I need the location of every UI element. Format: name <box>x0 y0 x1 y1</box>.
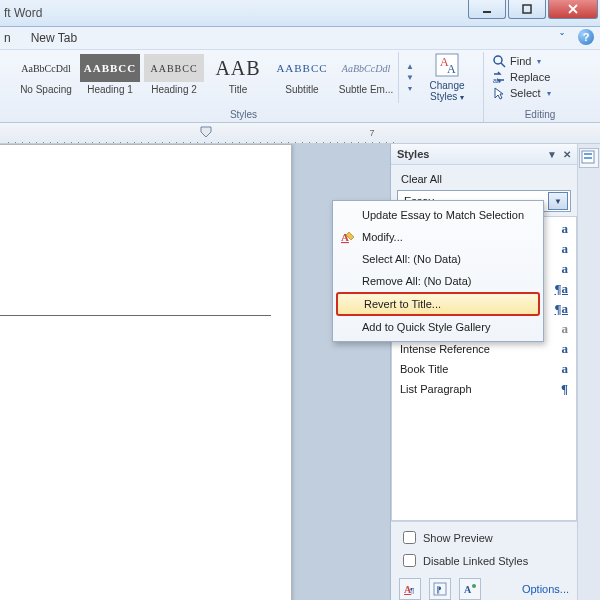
change-styles-button[interactable]: AA Change Styles ▾ <box>421 52 473 103</box>
ribbon-group-label-styles: Styles <box>230 109 257 122</box>
svg-text:ab: ab <box>493 77 501 84</box>
svg-point-7 <box>494 56 502 64</box>
chevron-up-icon: ▲ <box>401 62 419 71</box>
ribbon-collapse-icon[interactable]: ˇ <box>554 29 570 45</box>
change-styles-label: Change Styles ▾ <box>421 80 473 103</box>
style-swatch-title[interactable]: AAB Title <box>206 52 270 103</box>
style-item-symbol: a <box>562 221 569 237</box>
svg-rect-1 <box>523 5 531 13</box>
window-controls <box>466 0 598 19</box>
style-swatch-heading-1[interactable]: AABBCC Heading 1 <box>78 52 142 103</box>
styles-pane-footer: Show Preview Disable Linked Styles A¶ ⁋ … <box>391 521 577 600</box>
svg-text:A: A <box>447 62 456 76</box>
manage-styles-button[interactable]: A <box>459 578 481 600</box>
ribbon-group-editing: Find ▾ ab Replace Select ▾ Editin <box>484 52 596 122</box>
svg-rect-18 <box>584 157 592 159</box>
style-list-item[interactable]: Intense Referencea <box>392 339 576 359</box>
indent-marker-icon[interactable] <box>200 126 212 140</box>
maximize-button[interactable] <box>508 0 546 19</box>
side-tool-icon[interactable] <box>579 148 599 168</box>
styles-pane-title: Styles ▼ ✕ <box>391 144 577 165</box>
chevron-down-icon: ▾ <box>547 89 551 98</box>
style-item-symbol: ¶a <box>554 281 568 297</box>
ribbon-group-styles: AaBbCcDdl No Spacing AABBCC Heading 1 AA… <box>4 52 484 122</box>
svg-text:A: A <box>464 584 472 595</box>
pane-menu-icon[interactable]: ▼ <box>547 149 557 160</box>
show-preview-checkbox[interactable]: Show Preview <box>399 528 569 547</box>
menubar: n New Tab ˇ ? <box>0 27 600 50</box>
style-swatch-subtle-em[interactable]: AaBbCcDdl Subtle Em... <box>334 52 398 103</box>
select-button[interactable]: Select ▾ <box>492 86 588 100</box>
ribbon-group-label-editing: Editing <box>525 109 556 122</box>
more-icon: ▾ <box>401 84 419 93</box>
ctx-revert-to-title[interactable]: Revert to Title... <box>336 292 540 316</box>
ribbon: AaBbCcDdl No Spacing AABBCC Heading 1 AA… <box>0 50 600 123</box>
style-context-menu: Update Essay to Match Selection A Modify… <box>332 200 544 342</box>
ctx-update-match[interactable]: Update Essay to Match Selection <box>336 204 540 226</box>
style-item-symbol: a <box>562 321 569 337</box>
replace-button[interactable]: ab Replace <box>492 70 588 84</box>
disable-linked-checkbox[interactable]: Disable Linked Styles <box>399 551 569 570</box>
style-list-item[interactable]: List Paragraph¶ <box>392 379 576 399</box>
title-bar: ft Word <box>0 0 600 27</box>
style-inspector-button[interactable]: ⁋ <box>429 578 451 600</box>
style-item-symbol: a <box>562 361 569 377</box>
ruler[interactable]: 7 <box>0 123 600 144</box>
minimize-button[interactable] <box>468 0 506 19</box>
new-style-button[interactable]: A¶ <box>399 578 421 600</box>
ctx-add-quick-style[interactable]: Add to Quick Style Gallery <box>336 316 540 338</box>
style-swatch-heading-2[interactable]: AABBCC Heading 2 <box>142 52 206 103</box>
style-swatch-subtitle[interactable]: AABBCC Subtitle <box>270 52 334 103</box>
app-window: ft Word n New Tab ˇ ? AaBbCcDdl <box>0 0 600 600</box>
style-swatch-no-spacing[interactable]: AaBbCcDdl No Spacing <box>14 52 78 103</box>
help-icon[interactable]: ? <box>578 29 594 45</box>
page <box>0 144 292 600</box>
style-item-symbol: a <box>562 241 569 257</box>
close-button[interactable] <box>548 0 598 19</box>
find-button[interactable]: Find ▾ <box>492 54 588 68</box>
style-item-symbol: ¶ <box>561 381 568 397</box>
style-list-item[interactable]: Book Titlea <box>392 359 576 379</box>
style-item-label: List Paragraph <box>400 383 472 395</box>
ctx-modify[interactable]: A Modify... <box>336 226 540 248</box>
select-cursor-icon <box>492 86 506 100</box>
svg-text:⁋: ⁋ <box>436 585 442 595</box>
styles-gallery-more[interactable]: ▲ ▼ ▾ <box>398 52 421 103</box>
change-styles-icon: AA <box>434 52 460 78</box>
style-item-label: Book Title <box>400 363 448 375</box>
clear-all-button[interactable]: Clear All <box>397 171 571 187</box>
menu-item-n[interactable]: n <box>4 31 11 45</box>
style-item-label: Intense Reference <box>400 343 490 355</box>
replace-icon: ab <box>492 70 506 84</box>
pane-close-icon[interactable]: ✕ <box>563 149 571 160</box>
style-item-symbol: ¶a <box>554 301 568 317</box>
svg-rect-17 <box>584 153 592 155</box>
menu-item-new-tab[interactable]: New Tab <box>31 31 77 45</box>
horizontal-rule <box>0 315 271 316</box>
window-title: ft Word <box>0 6 42 20</box>
svg-point-15 <box>472 584 476 588</box>
combo-dropdown-button[interactable]: ▼ <box>548 192 568 210</box>
right-side-strip <box>577 144 600 600</box>
style-item-symbol: a <box>562 341 569 357</box>
style-item-symbol: a <box>562 261 569 277</box>
find-icon <box>492 54 506 68</box>
styles-options-link[interactable]: Options... <box>522 583 569 595</box>
svg-text:¶: ¶ <box>410 586 414 595</box>
chevron-down-icon: ▼ <box>401 73 419 82</box>
quick-styles-gallery: AaBbCcDdl No Spacing AABBCC Heading 1 AA… <box>14 52 473 103</box>
svg-line-8 <box>501 63 505 67</box>
ctx-remove-all[interactable]: Remove All: (No Data) <box>336 270 540 292</box>
ctx-select-all[interactable]: Select All: (No Data) <box>336 248 540 270</box>
chevron-down-icon: ▾ <box>537 57 541 66</box>
modify-icon: A <box>340 229 356 245</box>
